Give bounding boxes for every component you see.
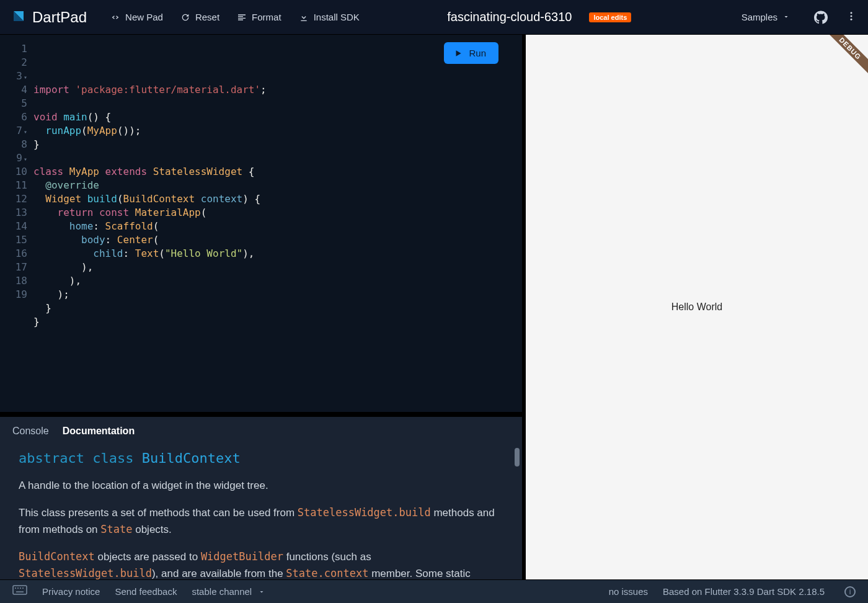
keyboard-icon[interactable] xyxy=(12,585,27,598)
doc-heading: abstract class BuildContext xyxy=(19,450,506,467)
run-button[interactable]: Run xyxy=(444,42,498,64)
svg-point-2 xyxy=(851,12,852,14)
samples-dropdown[interactable]: Samples xyxy=(742,12,790,22)
reset-button[interactable]: Reset xyxy=(178,9,222,25)
tab-documentation[interactable]: Documentation xyxy=(63,422,135,440)
local-edits-badge: local edits xyxy=(589,12,631,22)
feedback-link[interactable]: Send feedback xyxy=(115,586,177,597)
privacy-link[interactable]: Privacy notice xyxy=(42,586,100,597)
new-pad-button[interactable]: New Pad xyxy=(108,9,166,25)
documentation-body[interactable]: abstract class BuildContext A handle to … xyxy=(0,440,522,579)
debug-banner: DEBUG xyxy=(813,35,868,89)
tab-console[interactable]: Console xyxy=(12,422,49,440)
sdk-label: Based on Flutter 3.3.9 Dart SDK 2.18.5 xyxy=(663,586,825,597)
left-panel: 12345678910111213141516171819 import 'pa… xyxy=(0,35,526,579)
dart-logo-icon xyxy=(11,9,26,26)
brand-logo[interactable]: DartPad xyxy=(11,9,87,26)
info-icon[interactable]: i xyxy=(844,586,856,597)
doc-paragraph: BuildContext objects are passed to Widge… xyxy=(19,548,506,579)
github-button[interactable] xyxy=(812,9,830,26)
main: 12345678910111213141516171819 import 'pa… xyxy=(0,35,868,579)
preview-panel: Hello World DEBUG xyxy=(526,35,868,579)
bottom-panel: Console Documentation abstract class Bui… xyxy=(0,417,522,579)
pad-title: fascinating-cloud-6310 xyxy=(447,10,572,24)
toolbar: DartPad New Pad Reset Format Install SDK… xyxy=(0,0,868,35)
github-icon xyxy=(814,11,828,24)
svg-rect-5 xyxy=(13,586,27,594)
svg-point-4 xyxy=(851,18,852,20)
chevron-down-icon xyxy=(782,12,790,22)
code-icon xyxy=(110,12,120,22)
more-vert-icon xyxy=(846,11,857,22)
preview-text: Hello World xyxy=(671,302,722,313)
play-icon xyxy=(454,49,463,58)
bottom-tabs: Console Documentation xyxy=(0,417,522,440)
format-button[interactable]: Format xyxy=(234,9,284,25)
scrollbar-thumb[interactable] xyxy=(515,448,520,467)
doc-paragraph: A handle to the location of a widget in … xyxy=(19,478,506,494)
refresh-icon xyxy=(180,12,190,22)
issues-label: no issues xyxy=(609,586,648,597)
channel-dropdown[interactable]: stable channel xyxy=(192,586,265,597)
footer: Privacy notice Send feedback stable chan… xyxy=(0,579,868,603)
panel-divider[interactable] xyxy=(0,412,522,417)
chevron-down-icon xyxy=(258,588,265,596)
download-icon xyxy=(299,12,309,22)
doc-paragraph: This class presents a set of methods tha… xyxy=(19,504,506,538)
format-icon xyxy=(237,12,247,22)
svg-point-3 xyxy=(851,15,852,17)
code-area[interactable]: import 'package:flutter/material.dart'; … xyxy=(31,35,522,412)
editor[interactable]: 12345678910111213141516171819 import 'pa… xyxy=(0,35,522,412)
brand-name: DartPad xyxy=(32,9,87,26)
line-gutter: 12345678910111213141516171819 xyxy=(0,35,31,412)
install-sdk-button[interactable]: Install SDK xyxy=(296,9,362,25)
overflow-menu-button[interactable] xyxy=(846,11,857,24)
